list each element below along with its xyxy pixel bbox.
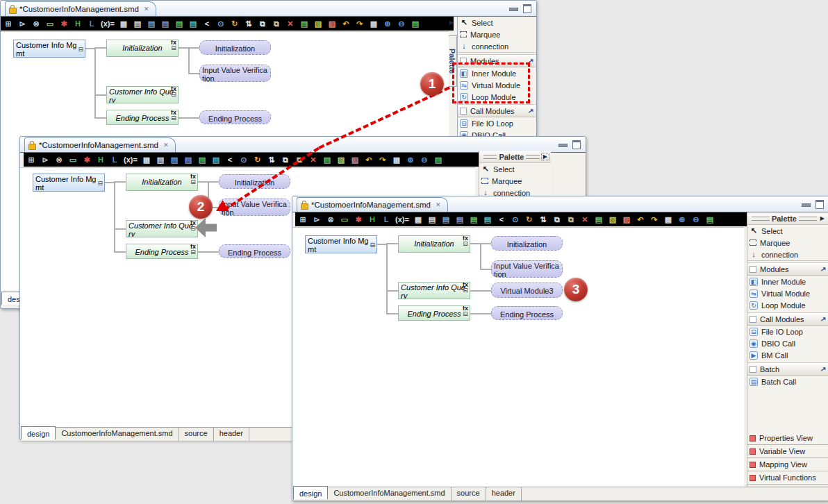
step-node[interactable]: Initializationfx⊟ [106,40,179,57]
compare-icon[interactable]: < [202,19,212,28]
palette-flyout-icon[interactable]: ▶ [542,153,549,160]
dbio-doc-icon[interactable]: ▤ [705,215,715,224]
breakpoint-icon[interactable]: ✱ [82,155,92,165]
collapse-toggle-icon[interactable]: ⊟ [78,47,83,52]
export-module-icon[interactable]: ⊳ [312,215,322,224]
palette-item-inner-module[interactable]: ◧Inner Module [458,67,536,79]
bottom-tab-design[interactable]: design [293,486,328,499]
checklist-icon[interactable]: ▤ [594,215,604,224]
collapse-toggle-icon[interactable]: ⊟ [463,287,468,293]
grid-icon[interactable]: ▦ [663,215,673,224]
step-node[interactable]: Initializationfx⊟ [398,235,470,253]
search-icon[interactable]: ⊙ [239,155,249,165]
doc-zero-indigo-icon[interactable]: ▤ [183,155,193,165]
search-icon[interactable]: ⊙ [216,19,226,28]
collapse-toggle-icon[interactable]: ⊟ [463,311,468,317]
step-node[interactable]: Customer Info Queryfx⊟ [126,220,198,237]
doc-zero-blue-icon[interactable]: ▤ [169,155,179,165]
dbio-doc-icon[interactable]: ▤ [411,19,420,28]
collapse-toggle-icon[interactable]: ⊟ [171,92,176,97]
palette-group-call-modules[interactable]: Call Modules↗ [747,312,828,326]
grid-icon[interactable]: ▦ [392,155,401,165]
palette-item-batch-call[interactable]: ▤Batch Call [747,376,828,387]
collapse-toggle-icon[interactable]: ⊟ [171,45,176,51]
checklist-icon[interactable]: ▤ [299,19,309,28]
child-node[interactable]: Initialization [219,174,290,189]
editor-tab[interactable]: *CustomoerInfoManagement.smd✕ [5,1,156,16]
undo-icon[interactable]: ↶ [364,155,374,165]
new-package-icon[interactable]: ▧ [336,155,346,165]
palette-item-connection[interactable]: ↓connection [747,249,828,261]
palette-item-select[interactable]: ↖Select [458,17,536,28]
local-variable-icon[interactable]: L [87,19,97,28]
doc-zero-indigo-icon[interactable]: ▤ [455,215,465,224]
palette-item-dbio-call[interactable]: ◉DBIO Call [747,337,828,349]
palette-group-modules[interactable]: Modules↗ [458,54,536,67]
delete-icon[interactable]: ✕ [285,19,295,28]
collapse-toggle-icon[interactable]: ⊟ [171,115,176,121]
step-node[interactable]: Initializationfx⊟ [126,174,198,191]
diagram-canvas[interactable]: Customer Info Mgmt⊟Initializationfx⊟Cust… [292,227,744,487]
minimize-icon[interactable] [509,8,518,11]
monitor-icon[interactable]: ▦ [142,155,151,165]
pin-icon[interactable]: ↗ [527,56,534,65]
bottom-tab-source[interactable]: source [452,487,486,501]
redo-icon[interactable]: ↷ [355,19,365,28]
collapse-toggle-icon[interactable]: ⊟ [370,242,375,248]
child-node[interactable]: Initialization [199,40,271,55]
dbio-doc-icon[interactable]: ▤ [433,155,443,165]
collapse-toggle-icon[interactable]: ⊟ [190,179,196,185]
header-module-icon[interactable]: H [367,215,377,224]
palette-flyout-icon[interactable]: ▶ [819,215,826,221]
id-card-icon[interactable]: ▭ [68,155,78,165]
toolbar-overflow-icon[interactable]: ▶ [449,19,454,26]
minimize-icon[interactable] [802,203,811,207]
child-node[interactable]: Input Value Verification [219,199,290,216]
monitor-icon[interactable]: ▦ [119,19,129,28]
zoom-out-icon[interactable]: ⊖ [691,215,701,224]
step-node[interactable]: Ending Processfx⊟ [106,110,179,125]
collapse-toggle-icon[interactable]: ⊟ [97,180,103,186]
zoom-in-icon[interactable]: ⊕ [406,155,415,165]
breakpoint-icon[interactable]: ✱ [354,215,363,224]
palette-item-loop-module[interactable]: ↻Loop Module [747,299,828,311]
palette-item-marquee[interactable]: Marquee [458,28,536,40]
palette-item-file-io-loop[interactable]: ⊟File IO Loop [747,326,828,337]
palette-item-virtual-module[interactable]: ⇋Virtual Module [458,79,536,91]
doc-zero-teal-icon[interactable]: ▤ [211,155,221,165]
zoom-out-icon[interactable]: ⊖ [397,19,406,28]
source-doc-icon[interactable]: ▤ [427,215,437,224]
header-module-icon[interactable]: H [73,19,83,28]
export-module-icon[interactable]: ⊳ [40,155,50,165]
maximize-icon[interactable] [523,4,531,13]
zoom-in-icon[interactable]: ⊕ [383,19,392,28]
child-node[interactable]: Ending Process [199,110,271,124]
child-node[interactable]: Initialization [491,236,563,251]
bottom-tab-header[interactable]: header [214,428,249,441]
bottom-tab-customoerinfomanagement-smd[interactable]: CustomoerInfoManagement.smd [328,487,451,501]
monitor-icon[interactable]: ▦ [413,215,423,224]
copy-icon[interactable]: ⧉ [281,155,290,165]
bottom-tab-source[interactable]: source [179,428,214,441]
bottom-tab-customoerinfomanagement-smd[interactable]: CustomoerInfoManagement.smd [56,428,179,441]
doc-zero-blue-icon[interactable]: ▤ [147,19,156,28]
pin-icon[interactable]: ↗ [820,264,827,273]
palette-item-bm-call[interactable]: ▶BM Call [747,349,828,361]
palette-group-modules[interactable]: Modules↗ [747,262,828,276]
collapse-toggle-icon[interactable]: ⊟ [190,249,196,255]
palette-item-marquee[interactable]: Marquee [479,175,551,187]
palette-item-marquee[interactable]: Marquee [747,237,828,249]
swap-arrows-icon[interactable]: ⇅ [267,155,276,165]
add-module-icon[interactable]: ⊞ [3,19,13,28]
zoom-out-icon[interactable]: ⊖ [420,155,429,165]
step-node[interactable]: Ending Processfx⊟ [398,305,470,321]
editor-tab[interactable]: *CustomoerInfoManagement.smd✕ [24,137,176,152]
variable-assign-icon[interactable]: (x)= [101,19,115,28]
pin-icon[interactable]: ↗ [820,314,827,323]
palette-item-connection[interactable]: ↓connection [458,40,536,53]
doc-zero-green-icon[interactable]: ▤ [174,19,184,28]
doc-zero-indigo-icon[interactable]: ▤ [160,19,170,28]
compare-icon[interactable]: < [225,155,235,165]
pin-icon[interactable]: ↗ [527,106,534,115]
refresh-icon[interactable]: ↻ [253,155,263,165]
